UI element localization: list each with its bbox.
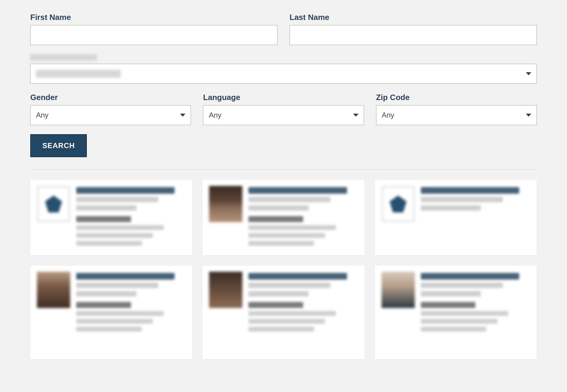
language-value: Any <box>209 111 221 119</box>
first-name-label: First Name <box>30 13 277 22</box>
card-detail-row <box>421 327 487 332</box>
card-detail-row <box>248 319 325 324</box>
avatar-box <box>382 272 415 353</box>
card-title <box>421 273 519 280</box>
card-body <box>248 186 358 249</box>
card-detail-row <box>248 233 325 238</box>
result-card[interactable] <box>202 266 364 359</box>
card-subtitle2 <box>76 205 136 211</box>
logo-avatar <box>37 186 70 222</box>
language-select[interactable]: Any <box>203 105 364 125</box>
chevron-down-icon <box>526 72 531 75</box>
card-detail-row <box>76 241 142 246</box>
card-title <box>248 273 347 280</box>
card-subtitle <box>421 283 503 288</box>
name-row: First Name Last Name <box>30 13 537 45</box>
avatar-box <box>382 186 415 249</box>
card-body <box>421 272 530 353</box>
gender-select[interactable]: Any <box>30 105 191 125</box>
avatar-box <box>37 186 70 249</box>
person-avatar <box>37 272 70 308</box>
first-name-input[interactable] <box>30 25 277 45</box>
card-detail-row <box>248 225 336 230</box>
result-card[interactable] <box>30 266 192 359</box>
card-detail-row <box>76 311 164 316</box>
language-field: Language Any <box>203 93 364 125</box>
zipcode-label: Zip Code <box>376 93 537 102</box>
card-detail-row <box>76 225 164 230</box>
card-title <box>76 187 175 194</box>
logo-icon <box>45 196 62 212</box>
card-subtitle2 <box>421 205 481 211</box>
card-title <box>421 187 519 194</box>
avatar-box <box>37 272 70 353</box>
card-detail-row <box>76 319 153 324</box>
card-detail-row <box>421 311 508 316</box>
card-title <box>248 187 347 194</box>
card-subtitle <box>248 283 330 288</box>
page-root: First Name Last Name Gender <box>0 0 567 392</box>
card-body <box>421 186 530 249</box>
person-avatar <box>209 272 242 308</box>
card-subtitle <box>421 197 503 202</box>
category-value <box>36 70 121 78</box>
gender-value: Any <box>36 111 48 119</box>
category-row <box>30 54 537 84</box>
last-name-field: Last Name <box>290 13 537 45</box>
result-card[interactable] <box>30 180 192 255</box>
search-form: First Name Last Name Gender <box>30 13 537 157</box>
result-card[interactable] <box>375 180 537 255</box>
logo-avatar <box>382 186 415 222</box>
card-body <box>76 186 185 249</box>
zipcode-select[interactable]: Any <box>376 105 537 125</box>
card-detail-row <box>248 327 314 332</box>
card-subtitle <box>76 283 158 288</box>
card-section-header <box>248 216 303 222</box>
card-subtitle <box>248 197 330 202</box>
results-grid <box>30 180 537 359</box>
chevron-down-icon <box>353 114 359 117</box>
card-detail-row <box>76 327 142 332</box>
gender-label: Gender <box>30 93 191 102</box>
person-avatar <box>209 186 242 222</box>
card-title <box>76 273 175 280</box>
first-name-field: First Name <box>30 13 277 45</box>
logo-icon <box>390 196 407 212</box>
gender-field: Gender Any <box>30 93 191 125</box>
card-detail-row <box>421 319 497 324</box>
form-results-divider <box>30 169 537 170</box>
category-select[interactable] <box>30 64 537 84</box>
card-detail-row <box>76 233 153 238</box>
category-field <box>30 54 537 84</box>
person-avatar <box>382 272 415 308</box>
last-name-input[interactable] <box>290 25 537 45</box>
card-subtitle2 <box>421 291 481 296</box>
zipcode-value: Any <box>382 111 394 119</box>
card-subtitle2 <box>248 291 309 296</box>
card-subtitle2 <box>248 205 309 211</box>
zipcode-field: Zip Code Any <box>376 93 537 125</box>
avatar-box <box>209 186 242 249</box>
card-detail-row <box>248 241 314 246</box>
chevron-down-icon <box>180 114 185 117</box>
category-label <box>30 54 97 61</box>
result-card[interactable] <box>202 180 364 255</box>
card-section-header <box>76 302 131 308</box>
card-body <box>76 272 185 353</box>
card-section-header <box>421 302 476 308</box>
language-label: Language <box>203 93 364 102</box>
card-section-header <box>248 302 303 308</box>
card-subtitle <box>76 197 158 202</box>
avatar-box <box>209 272 242 353</box>
card-subtitle2 <box>76 291 136 296</box>
filters-row: Gender Any Language Any Zip Co <box>30 93 537 125</box>
last-name-label: Last Name <box>290 13 537 22</box>
search-button[interactable]: SEARCH <box>30 134 87 157</box>
result-card[interactable] <box>375 266 537 359</box>
chevron-down-icon <box>526 114 531 117</box>
card-detail-row <box>248 311 336 316</box>
card-section-header <box>76 216 131 222</box>
card-body <box>248 272 358 353</box>
